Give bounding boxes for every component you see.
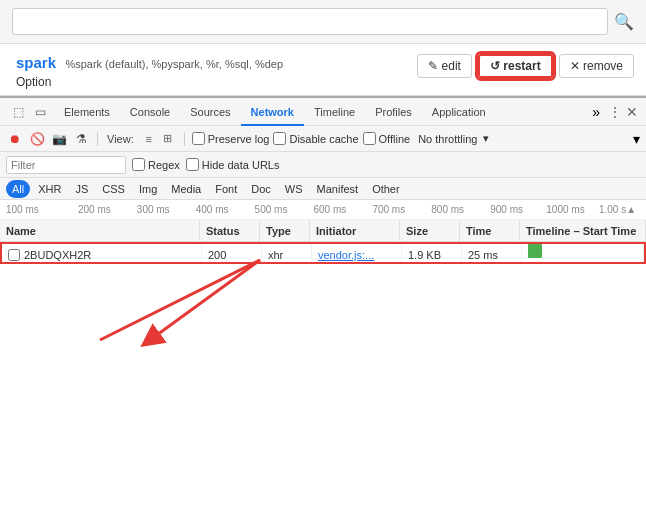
th-initiator[interactable]: Initiator — [310, 220, 400, 241]
hide-data-urls-label[interactable]: Hide data URLs — [186, 158, 280, 171]
td-type: xhr — [262, 244, 312, 262]
menu-icon[interactable]: ⋮ — [608, 104, 622, 120]
more-tabs-icon[interactable]: » — [588, 104, 604, 120]
restart-button[interactable]: ↺ restart — [478, 54, 553, 78]
offline-label[interactable]: Offline — [363, 132, 411, 145]
type-btn-all[interactable]: All — [6, 180, 30, 198]
scroll-indicator: 1.00 s▲ — [595, 204, 640, 215]
th-type[interactable]: Type — [260, 220, 310, 241]
marker-800ms: 800 ms — [418, 204, 477, 215]
toolbar-divider-1 — [97, 132, 98, 146]
devtools-panel: ⬚ ▭ Elements Console Sources Network Tim… — [0, 96, 646, 264]
clear-button[interactable]: 🚫 — [28, 130, 46, 148]
spark-meta: %spark (default), %pyspark, %r, %sql, %d… — [65, 58, 283, 70]
settings-chevron[interactable]: ▾ — [633, 131, 640, 147]
marker-200ms: 200 ms — [65, 204, 124, 215]
marker-300ms: 300 ms — [124, 204, 183, 215]
network-table: Name Status Type Initiator Size Time Tim… — [0, 220, 646, 264]
hide-data-urls-checkbox[interactable] — [186, 158, 199, 171]
th-timeline[interactable]: Timeline – Start Time — [520, 220, 646, 241]
filter-row: Regex Hide data URLs — [0, 152, 646, 178]
td-timeline — [522, 244, 644, 262]
disable-cache-label[interactable]: Disable cache — [273, 132, 358, 145]
marker-100ms: 100 ms — [6, 204, 65, 215]
type-btn-js[interactable]: JS — [69, 180, 94, 198]
th-status[interactable]: Status — [200, 220, 260, 241]
edit-button[interactable]: ✎ edit — [417, 54, 472, 78]
timeline-bar: 100 ms 200 ms 300 ms 400 ms 500 ms 600 m… — [0, 200, 646, 220]
marker-900ms: 900 ms — [477, 204, 536, 215]
close-devtools-icon[interactable]: ✕ — [622, 104, 642, 120]
filter-icon[interactable]: ⚗ — [72, 130, 90, 148]
type-btn-css[interactable]: CSS — [96, 180, 131, 198]
type-btn-xhr[interactable]: XHR — [32, 180, 67, 198]
table-header: Name Status Type Initiator Size Time Tim… — [0, 220, 646, 242]
spark-section: spark %spark (default), %pyspark, %r, %s… — [0, 44, 646, 96]
list-view-button[interactable]: ≡ — [140, 130, 158, 148]
tree-view-button[interactable]: ⊞ — [159, 130, 177, 148]
spark-title: spark — [16, 54, 56, 71]
td-size: 1.9 KB — [402, 244, 462, 262]
td-initiator[interactable]: vendor.js:... — [312, 244, 402, 262]
search-button[interactable]: 🔍 — [614, 12, 634, 31]
timeline-bar-indicator — [528, 244, 542, 258]
type-btn-doc[interactable]: Doc — [245, 180, 277, 198]
type-btn-manifest[interactable]: Manifest — [311, 180, 365, 198]
tab-elements[interactable]: Elements — [54, 98, 120, 126]
td-time: 25 ms — [462, 244, 522, 262]
tab-timeline[interactable]: Timeline — [304, 98, 365, 126]
tab-profiles[interactable]: Profiles — [365, 98, 422, 126]
marker-400ms: 400 ms — [183, 204, 242, 215]
row-checkbox[interactable] — [8, 249, 20, 261]
camera-button[interactable]: 📷 — [50, 130, 68, 148]
inspect-icon[interactable]: ⬚ — [8, 102, 28, 122]
type-btn-font[interactable]: Font — [209, 180, 243, 198]
type-btn-other[interactable]: Other — [366, 180, 406, 198]
view-label: View: — [107, 133, 134, 145]
toolbar-divider-2 — [184, 132, 185, 146]
type-btn-ws[interactable]: WS — [279, 180, 309, 198]
td-status: 200 — [202, 244, 262, 262]
tab-network[interactable]: Network — [241, 98, 304, 126]
view-buttons: ≡ ⊞ — [140, 130, 177, 148]
tabs-row: ⬚ ▭ Elements Console Sources Network Tim… — [0, 98, 646, 126]
marker-1000ms: 1000 ms — [536, 204, 595, 215]
tab-icons: ⬚ ▭ — [4, 102, 54, 122]
th-name[interactable]: Name — [0, 220, 200, 241]
type-btn-img[interactable]: Img — [133, 180, 163, 198]
row-name-text: 2BUDQXH2R — [24, 244, 91, 262]
type-btn-media[interactable]: Media — [165, 180, 207, 198]
th-time[interactable]: Time — [460, 220, 520, 241]
th-size[interactable]: Size — [400, 220, 460, 241]
marker-700ms: 700 ms — [359, 204, 418, 215]
td-name: 2BUDQXH2R — [2, 244, 202, 262]
search-input[interactable]: spark. — [12, 8, 608, 35]
marker-600ms: 600 ms — [300, 204, 359, 215]
preserve-log-checkbox[interactable] — [192, 132, 205, 145]
option-label: Option — [16, 75, 51, 89]
table-row[interactable]: 2BUDQXH2R 200 xhr vendor.js:... 1.9 KB 2… — [0, 242, 646, 264]
device-icon[interactable]: ▭ — [30, 102, 50, 122]
remove-button[interactable]: ✕ remove — [559, 54, 634, 78]
preserve-log-label[interactable]: Preserve log — [192, 132, 270, 145]
record-button[interactable]: ⏺ — [6, 130, 24, 148]
tab-console[interactable]: Console — [120, 98, 180, 126]
throttle-select[interactable]: No throttling — [418, 133, 477, 145]
offline-checkbox[interactable] — [363, 132, 376, 145]
svg-line-1 — [100, 260, 260, 340]
marker-500ms: 500 ms — [242, 204, 301, 215]
tab-application[interactable]: Application — [422, 98, 496, 126]
regex-checkbox[interactable] — [132, 158, 145, 171]
toolbar-row: ⏺ 🚫 📷 ⚗ View: ≡ ⊞ Preserve log Disable c… — [0, 126, 646, 152]
filter-input[interactable] — [6, 156, 126, 174]
type-filter-row: All XHR JS CSS Img Media Font Doc WS Man… — [0, 178, 646, 200]
disable-cache-checkbox[interactable] — [273, 132, 286, 145]
svg-line-0 — [150, 260, 260, 340]
throttle-arrow: ▾ — [483, 132, 489, 145]
tab-sources[interactable]: Sources — [180, 98, 240, 126]
search-bar: spark. 🔍 — [0, 0, 646, 44]
regex-label[interactable]: Regex — [132, 158, 180, 171]
spark-buttons: ✎ edit ↺ restart ✕ remove — [417, 54, 634, 78]
